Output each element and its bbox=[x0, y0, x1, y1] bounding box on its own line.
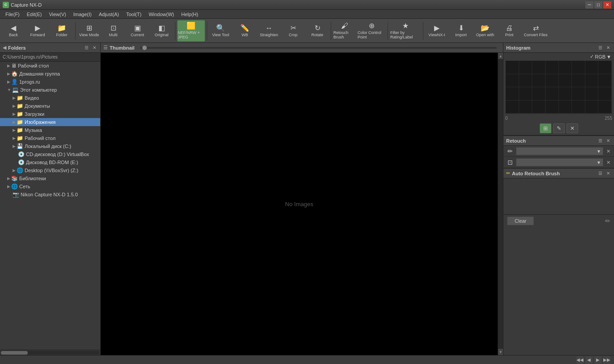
tree-item-images[interactable]: ▶📁Изображения bbox=[0, 118, 100, 126]
filter-icon: ★ bbox=[402, 22, 409, 30]
tree-label: Документы bbox=[25, 103, 50, 109]
rotate-button[interactable]: ↻ Rotate bbox=[306, 20, 329, 42]
menu-view[interactable]: View(V) bbox=[45, 11, 69, 18]
tree-item-video[interactable]: ▶📁Видео bbox=[0, 94, 100, 102]
multi-button[interactable]: ⊡ Multi bbox=[102, 20, 125, 42]
hist-cell bbox=[572, 74, 585, 88]
no-images-text: No Images bbox=[285, 201, 313, 207]
filter-button[interactable]: ★ Filter by Rating/Label bbox=[390, 20, 421, 42]
hist-cell bbox=[559, 101, 572, 114]
tree-arrow: ▶ bbox=[13, 168, 16, 173]
folder-button[interactable]: 📁 Folder bbox=[50, 20, 73, 42]
tree-item-music[interactable]: ▶📁Музыка bbox=[0, 126, 100, 134]
retouch-crop-icon: ⊡ bbox=[506, 158, 514, 166]
import-button[interactable]: ⬇ Import bbox=[449, 20, 473, 42]
viewnxi-icon: ▶ bbox=[434, 25, 439, 32]
open-with-button[interactable]: 📂 Open with bbox=[473, 20, 497, 42]
histogram-channel-dropdown[interactable]: ✓ RGB ▼ bbox=[590, 54, 611, 59]
nef-button[interactable]: 🟨 NEF/NRW + JPEG bbox=[177, 20, 205, 42]
auto-retouch-panel: ✏ Auto Retouch Brush ☰ ✕ Clear ✏ bbox=[503, 169, 614, 355]
retouch-row2-close[interactable]: ✕ bbox=[605, 159, 611, 165]
thumbnail-expand-icon[interactable]: ☰ bbox=[103, 45, 108, 51]
scroll-up-button[interactable]: ▲ bbox=[498, 53, 503, 59]
original-button[interactable]: ◧ Original bbox=[150, 20, 173, 42]
scroll-down-button[interactable]: ▼ bbox=[498, 349, 503, 355]
folders-close-icon[interactable]: ✕ bbox=[91, 45, 98, 51]
straighten-button[interactable]: ↔ Straighten bbox=[257, 20, 281, 42]
retouch-menu-icon[interactable]: ☰ bbox=[597, 138, 603, 144]
menu-edit[interactable]: Edit(E) bbox=[23, 11, 46, 18]
nav-next-next-button[interactable]: ▶▶ bbox=[603, 356, 610, 364]
retouch-dropdown-1[interactable]: ▼ bbox=[516, 147, 603, 155]
histogram-close-icon[interactable]: ✕ bbox=[605, 45, 611, 51]
viewnxi-button[interactable]: ▶ ViewNX-I bbox=[425, 20, 448, 42]
retouch-dropdown-2[interactable]: ▼ bbox=[516, 158, 603, 166]
folders-menu-icon[interactable]: ☰ bbox=[83, 45, 90, 51]
histogram-edit-button[interactable]: ✎ bbox=[553, 123, 565, 133]
folder-horizontal-scrollbar[interactable] bbox=[0, 350, 100, 355]
tree-item-this-pc[interactable]: ▼💻Этот компьютер bbox=[0, 86, 100, 94]
tree-icon: 🌐 bbox=[17, 167, 23, 174]
histogram-menu-icon[interactable]: ☰ bbox=[597, 45, 603, 51]
hist-cell bbox=[585, 74, 599, 88]
color-control-button[interactable]: ⊕ Color Control Point bbox=[357, 20, 386, 42]
tree-icon: 💿 bbox=[18, 159, 25, 165]
close-button[interactable]: ✕ bbox=[603, 1, 611, 8]
tree-item-home-group[interactable]: ▶🏠Домашняя группа bbox=[0, 70, 100, 78]
retouch-panel: Retouch ☰ ✕ ✏ ▼ ✕ ⊡ ▼ bbox=[503, 136, 614, 169]
back-button[interactable]: ◀ Back bbox=[2, 20, 25, 42]
retouch-close-icon[interactable]: ✕ bbox=[605, 138, 611, 144]
menu-help[interactable]: Help(H) bbox=[178, 11, 202, 18]
minimize-button[interactable]: ─ bbox=[585, 1, 593, 8]
folder-tree[interactable]: ▶🖥Рабочий стол▶🏠Домашняя группа▶👤1progs.… bbox=[0, 62, 100, 350]
tree-item-desktop-vbox[interactable]: ▶🌐Desktop (\\VBoxSvr) (Z:) bbox=[0, 166, 100, 174]
histogram-x-button[interactable]: ✕ bbox=[567, 123, 578, 133]
retouch-row1-close[interactable]: ✕ bbox=[605, 148, 611, 154]
tree-item-network[interactable]: ▶🌐Сеть bbox=[0, 182, 100, 190]
tree-item-bd-rom[interactable]: 💿Дисковод BD-ROM (E:) bbox=[0, 158, 100, 166]
menu-window[interactable]: Window(W) bbox=[145, 11, 178, 18]
tree-item-local-c[interactable]: ▶💾Локальный диск (C:) bbox=[0, 142, 100, 150]
thumbnail-slider[interactable] bbox=[140, 47, 497, 49]
nav-prev-prev-button[interactable]: ◀◀ bbox=[576, 356, 584, 364]
nav-next-button[interactable]: ▶ bbox=[594, 356, 601, 364]
retouch-brush-button[interactable]: 🖌 Retouch Brush bbox=[333, 20, 356, 42]
view-tool-button[interactable]: 🔍 View Tool bbox=[209, 20, 232, 42]
retouch-row-2: ⊡ ▼ ✕ bbox=[503, 157, 614, 168]
folders-expand-arrow[interactable]: ◀ bbox=[3, 45, 6, 51]
nav-prev-button[interactable]: ◀ bbox=[585, 356, 593, 364]
histogram-rgb-label: RGB bbox=[595, 54, 605, 59]
scrollbar-thumb[interactable] bbox=[1, 351, 28, 355]
tree-item-downloads[interactable]: ▶📁Загрузки bbox=[0, 110, 100, 118]
forward-button[interactable]: ▶ Forward bbox=[26, 20, 49, 42]
tree-item-desktop2[interactable]: ▶📁Рабочий стол bbox=[0, 134, 100, 142]
crop-button[interactable]: ✂ Crop bbox=[281, 20, 305, 42]
hist-cell bbox=[585, 61, 599, 74]
vertical-scrollbar[interactable]: ▲ ▼ bbox=[498, 53, 503, 355]
menu-image[interactable]: Image(I) bbox=[70, 11, 95, 18]
back-label: Back bbox=[9, 33, 18, 37]
menu-file[interactable]: File(F) bbox=[2, 11, 23, 18]
tree-item-nikon[interactable]: 📷Nikon Capture NX-D 1.5.0 bbox=[0, 190, 100, 199]
menu-adjust[interactable]: Adjust(A) bbox=[95, 11, 123, 18]
histogram-grid-button[interactable]: ⊞ bbox=[540, 123, 551, 133]
hist-cell bbox=[532, 87, 546, 101]
clear-button[interactable]: Clear bbox=[507, 216, 534, 225]
tree-label: 1progs.ru bbox=[19, 79, 40, 85]
wb-button[interactable]: ✏️ WB bbox=[233, 20, 256, 42]
tree-item-1progs[interactable]: ▶👤1progs.ru bbox=[0, 78, 100, 86]
tree-item-libraries[interactable]: ▶📚Библиотеки bbox=[0, 174, 100, 182]
current-button[interactable]: ▣ Current bbox=[126, 20, 149, 42]
print-button[interactable]: 🖨 Print bbox=[498, 20, 521, 42]
maximize-button[interactable]: □ bbox=[594, 1, 602, 8]
menu-tool[interactable]: Tool(T) bbox=[123, 11, 145, 18]
view-mode-button[interactable]: ⊞ View Mode bbox=[77, 20, 101, 42]
histogram-scale-max: 255 bbox=[605, 116, 612, 121]
auto-retouch-close-icon[interactable]: ✕ bbox=[605, 170, 611, 177]
tree-item-docs[interactable]: ▶📁Документы bbox=[0, 102, 100, 110]
tree-item-cd-vbox[interactable]: 💿CD-дисковод (D:) VirtualBox bbox=[0, 150, 100, 158]
tree-item-desktop[interactable]: ▶🖥Рабочий стол bbox=[0, 62, 100, 70]
convert-files-button[interactable]: ⇄ Convert Files bbox=[522, 20, 550, 42]
color-control-label: Color Control Point bbox=[358, 30, 385, 39]
auto-retouch-menu-icon[interactable]: ☰ bbox=[597, 170, 603, 177]
